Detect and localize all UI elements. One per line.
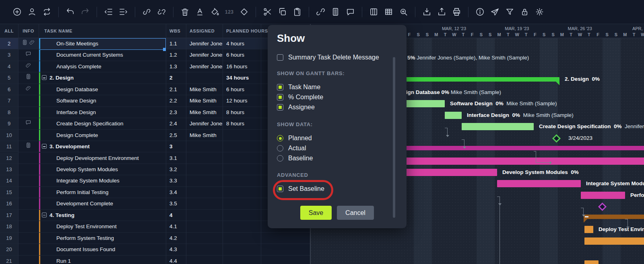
assigned-cell[interactable]: Mike Smith — [186, 107, 223, 118]
info-cell[interactable] — [18, 95, 39, 106]
gantt-bar-create-design-specification[interactable] — [462, 123, 534, 130]
document-icon[interactable] — [25, 72, 31, 83]
col-header-assigned[interactable]: ASSIGNED — [190, 24, 215, 38]
info-cell[interactable] — [18, 175, 39, 186]
milestone-icon[interactable] — [239, 7, 249, 16]
assigned-cell[interactable] — [186, 210, 223, 221]
export-icon[interactable] — [437, 7, 446, 16]
info-cell[interactable] — [18, 72, 39, 83]
task-name-cell[interactable]: Document Issues Found — [39, 244, 166, 255]
row-number[interactable]: 10 — [0, 130, 18, 141]
row-number[interactable]: 17 — [0, 210, 18, 221]
option-actual[interactable]: Actual — [277, 145, 306, 152]
planned-hours-cell[interactable]: 12 hours — [223, 95, 261, 106]
info-cell[interactable] — [18, 244, 39, 255]
planned-hours-cell[interactable]: 8 hours — [223, 118, 261, 129]
gantt-bar[interactable] — [584, 215, 644, 219]
assigned-cell[interactable]: Mike Smith — [186, 130, 223, 141]
row-number[interactable]: 16 — [0, 198, 18, 209]
redo-icon[interactable] — [80, 7, 90, 16]
link-icon[interactable] — [142, 7, 151, 16]
info-cell[interactable] — [18, 256, 39, 264]
planned-hours-cell[interactable] — [223, 210, 261, 221]
info-cell[interactable] — [18, 198, 39, 209]
wbs-cell[interactable]: 2.1 — [166, 84, 186, 95]
row-number[interactable]: 20 — [0, 244, 18, 255]
wbs-cell[interactable]: 2.4 — [166, 118, 186, 129]
task-name-cell[interactable]: Run 1 — [39, 256, 166, 264]
row-number[interactable]: 14 — [0, 175, 18, 186]
assigned-cell[interactable] — [186, 244, 223, 255]
assigned-cell[interactable] — [186, 175, 223, 186]
task-name-cell[interactable]: Perform System Testing — [39, 233, 166, 244]
paste-icon[interactable] — [293, 7, 302, 16]
indent-icon[interactable] — [119, 7, 128, 16]
wbs-cell[interactable]: 3.1 — [166, 153, 186, 164]
planned-hours-cell[interactable] — [223, 221, 261, 232]
collapse-toggle[interactable] — [42, 144, 47, 149]
wbs-cell[interactable]: 3.5 — [166, 198, 186, 209]
fill-color-icon[interactable] — [210, 7, 219, 16]
lock-icon[interactable] — [520, 7, 529, 16]
trash-icon[interactable] — [180, 7, 190, 16]
planned-hours-cell[interactable] — [223, 175, 261, 186]
row-number[interactable]: 5 — [0, 72, 18, 83]
task-name-cell[interactable]: Deploy Test Environment — [39, 221, 166, 232]
info-cell[interactable] — [18, 84, 39, 95]
wbs-cell[interactable]: 2 — [166, 72, 186, 83]
wbs-cell[interactable]: 3.3 — [166, 175, 186, 186]
task-name-cell[interactable]: Document Current Systems — [39, 49, 166, 60]
row-number[interactable]: 7 — [0, 95, 18, 106]
task-name-cell[interactable]: Integrate System Modules — [39, 175, 166, 186]
wbs-cell[interactable]: 2.3 — [166, 107, 186, 118]
assigned-cell[interactable] — [186, 256, 223, 264]
assigned-cell[interactable]: Mike Smith — [186, 95, 223, 106]
outdent-icon[interactable] — [104, 7, 113, 16]
assigned-cell[interactable]: Jennifer Jones (Sample) — [186, 61, 223, 72]
wbs-cell[interactable]: 1.2 — [166, 49, 186, 60]
planned-hours-cell[interactable] — [223, 141, 261, 152]
comment-icon[interactable] — [25, 118, 31, 129]
swap-icon[interactable] — [42, 7, 52, 16]
wbs-cell[interactable]: 2.2 — [166, 95, 186, 106]
paperclip-icon[interactable] — [29, 38, 35, 49]
paperclip-icon[interactable] — [25, 84, 31, 95]
import-icon[interactable] — [422, 7, 431, 16]
wbs-cell[interactable]: 3.2 — [166, 164, 186, 175]
checkbox-checked-icon[interactable] — [277, 84, 283, 90]
task-name-cell[interactable]: Interface Design — [39, 107, 166, 118]
document-icon[interactable] — [25, 141, 31, 152]
assigned-cell[interactable] — [186, 187, 223, 198]
info-cell[interactable] — [18, 130, 39, 141]
print-icon[interactable] — [452, 7, 461, 16]
row-number[interactable]: 2 — [0, 38, 18, 49]
gantt-bar[interactable] — [584, 260, 599, 264]
wbs-cell[interactable]: 1.3 — [166, 61, 186, 72]
task-name-cell[interactable]: Design Complete — [39, 130, 166, 141]
task-name-cell[interactable]: 3. Development — [39, 141, 166, 152]
paperclip-icon[interactable] — [25, 61, 31, 72]
row-number[interactable]: 12 — [0, 153, 18, 164]
row-number[interactable]: 4 — [0, 61, 18, 72]
zoom-in-icon[interactable] — [399, 7, 408, 16]
row-number[interactable]: 11 — [0, 141, 18, 152]
collapse-toggle[interactable] — [42, 75, 47, 80]
assigned-cell[interactable] — [186, 153, 223, 164]
col-header-all[interactable]: ALL — [0, 24, 18, 38]
info-cell[interactable] — [18, 153, 39, 164]
info-cell[interactable] — [18, 61, 39, 72]
collapse-toggle[interactable] — [42, 213, 47, 217]
planned-hours-cell[interactable] — [223, 198, 261, 209]
assigned-cell[interactable]: Mike Smith — [186, 84, 223, 95]
radio-icon[interactable] — [277, 145, 283, 151]
undo-icon[interactable] — [66, 7, 75, 16]
wbs-cell[interactable]: 4.3 — [166, 244, 186, 255]
planned-hours-cell[interactable] — [223, 233, 261, 244]
assigned-cell[interactable] — [186, 233, 223, 244]
attachment-icon[interactable] — [316, 7, 325, 16]
wbs-cell[interactable]: 4.4 — [166, 256, 186, 264]
info-cell[interactable] — [18, 49, 39, 60]
col-header-task-name[interactable]: TASK NAME — [44, 24, 72, 38]
wbs-cell[interactable]: 4.2 — [166, 233, 186, 244]
wbs-cell[interactable]: 1.1 — [166, 38, 186, 49]
